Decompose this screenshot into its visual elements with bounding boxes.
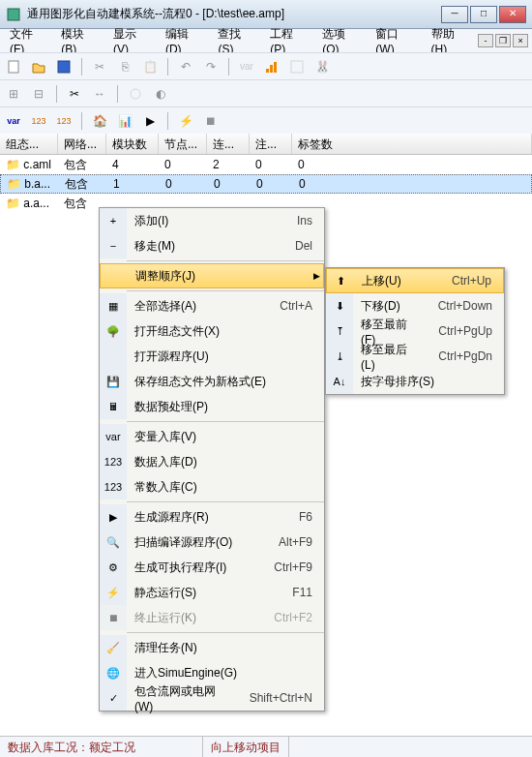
svg-point-7 bbox=[131, 89, 140, 99]
menu-item[interactable]: +添加(I)Ins bbox=[100, 208, 324, 233]
menu-label: 常数入库(C) bbox=[127, 479, 324, 496]
status-right: 向上移动项目 bbox=[203, 737, 289, 757]
check-icon: ✓ bbox=[100, 685, 127, 711]
maximize-button[interactable]: □ bbox=[470, 6, 497, 23]
file-table: 组态... 网络... 模块数 节点... 连... 注... 标签数 📁 c.… bbox=[0, 134, 532, 213]
menu-item[interactable]: 🖩数据预处理(P) bbox=[100, 394, 324, 419]
scissors-icon[interactable]: ✂ bbox=[65, 84, 84, 104]
doc-icon: ▦ bbox=[100, 293, 127, 318]
col-labels[interactable]: 标签数 bbox=[292, 134, 532, 154]
menu-item[interactable]: A↓按字母排序(S) bbox=[326, 369, 504, 394]
col-state[interactable]: 组态... bbox=[0, 134, 58, 154]
menu-item[interactable]: 🌐进入SimuEngine(G) bbox=[100, 660, 324, 685]
menu-item[interactable]: ⬇下移(D)Ctrl+Down bbox=[326, 293, 504, 318]
menu-label: 移至最后(L) bbox=[353, 342, 427, 372]
col-modules[interactable]: 模块数 bbox=[106, 134, 159, 154]
table-header: 组态... 网络... 模块数 节点... 连... 注... 标签数 bbox=[0, 134, 532, 155]
cell-name: c.aml bbox=[23, 158, 51, 171]
tree-icon: 🌳 bbox=[100, 318, 127, 344]
menu-shortcut: Shift+Ctrl+N bbox=[238, 691, 324, 705]
mdi-close[interactable]: × bbox=[513, 34, 528, 47]
cell: 0 bbox=[160, 175, 208, 193]
menu-label: 数据预处理(P) bbox=[127, 399, 324, 415]
tb3-exe[interactable]: ▶ bbox=[140, 111, 160, 131]
statusbar: 数据入库工况：额定工况 向上移动项目 bbox=[0, 736, 532, 757]
app-icon bbox=[6, 7, 21, 22]
submenu-arrow-icon: ▶ bbox=[310, 271, 323, 281]
cell: 4 bbox=[106, 156, 159, 173]
menu-item[interactable]: ⬆上移(U)Ctrl+Up bbox=[326, 268, 504, 293]
cell: 0 bbox=[159, 156, 207, 173]
blank-icon bbox=[100, 344, 127, 369]
menu-item[interactable]: ✓包含流网或电网(W)Shift+Ctrl+N bbox=[100, 685, 324, 711]
menu-shortcut: Ins bbox=[285, 214, 324, 227]
menu-item[interactable]: 🔍扫描编译源程序(O)Alt+F9 bbox=[100, 530, 324, 555]
menu-item[interactable]: var变量入库(V) bbox=[100, 424, 324, 449]
up-icon: ⬆ bbox=[327, 269, 354, 292]
menu-item[interactable]: 123常数入库(C) bbox=[100, 474, 324, 500]
mdi-minimize[interactable]: - bbox=[478, 34, 493, 47]
menu-label: 保存组态文件为新格式(E) bbox=[127, 374, 324, 390]
svg-rect-6 bbox=[291, 61, 303, 73]
tb3-var[interactable]: var bbox=[4, 111, 23, 131]
menu-separator bbox=[127, 290, 324, 291]
rabbit-icon[interactable]: 🐰 bbox=[312, 57, 332, 76]
cell-name: b.a... bbox=[24, 177, 50, 191]
menu-label: 终止运行(K) bbox=[127, 610, 262, 626]
exe-icon: ⚙ bbox=[100, 555, 127, 580]
svg-rect-3 bbox=[266, 69, 269, 73]
tb3-123a[interactable]: 123 bbox=[29, 111, 48, 131]
new-icon[interactable] bbox=[4, 57, 23, 76]
context-menu: +添加(I)Ins−移走(M)Del调整顺序(J)▶▦全部选择(A)Ctrl+A… bbox=[99, 207, 325, 712]
menu-label: 移走(M) bbox=[127, 238, 283, 255]
col-nodes[interactable]: 节点... bbox=[159, 134, 207, 154]
menu-item[interactable]: ⤒移至最前(F)Ctrl+PgUp bbox=[326, 318, 504, 344]
menu-item[interactable]: 🌳打开组态文件(X) bbox=[100, 318, 324, 344]
grid-icon bbox=[287, 57, 307, 76]
menu-item[interactable]: ▦全部选择(A)Ctrl+A bbox=[100, 293, 324, 318]
var-icon: var bbox=[237, 57, 256, 76]
minimize-button[interactable]: ─ bbox=[441, 6, 468, 23]
menu-shortcut: Ctrl+F2 bbox=[262, 611, 324, 624]
menu-item[interactable]: 调整顺序(J)▶ bbox=[100, 263, 324, 288]
menu-item[interactable]: ⤓移至最后(L)Ctrl+PgDn bbox=[326, 344, 504, 369]
save-icon[interactable] bbox=[54, 57, 74, 76]
menu-item[interactable]: 🧹清理任务(N) bbox=[100, 635, 324, 660]
menu-shortcut: Alt+F9 bbox=[267, 535, 324, 549]
tb3-123b[interactable]: 123 bbox=[54, 111, 74, 131]
cell: 包含 bbox=[59, 174, 107, 195]
menu-item[interactable]: 123数据入库(D) bbox=[100, 449, 324, 474]
open-icon[interactable] bbox=[29, 57, 48, 76]
menu-item[interactable]: ▶生成源程序(R)F6 bbox=[100, 504, 324, 530]
menu-item[interactable]: 💾保存组态文件为新格式(E) bbox=[100, 369, 324, 394]
tb3-bolt[interactable]: ⚡ bbox=[176, 111, 195, 131]
chart-icon[interactable] bbox=[262, 57, 281, 76]
menu-label: 变量入库(V) bbox=[127, 429, 324, 445]
gen-icon: ▶ bbox=[100, 504, 127, 530]
menu-label: 数据入库(D) bbox=[127, 454, 324, 470]
var-icon: var bbox=[100, 424, 127, 449]
menu-label: 按字母排序(S) bbox=[353, 374, 504, 390]
col-conn[interactable]: 连... bbox=[207, 134, 250, 154]
menu-separator bbox=[127, 421, 324, 422]
table-row-selected[interactable]: 📁 b.a... 包含 1 0 0 0 0 bbox=[0, 174, 532, 194]
menu-item[interactable]: ⚡静态运行(S)F11 bbox=[100, 580, 324, 605]
close-button[interactable]: ✕ bbox=[499, 6, 526, 23]
menu-shortcut: Ctrl+F9 bbox=[262, 560, 324, 574]
svg-rect-4 bbox=[270, 65, 273, 73]
separator bbox=[228, 58, 229, 76]
col-network[interactable]: 网络... bbox=[58, 134, 106, 154]
tb3-chart[interactable]: 📊 bbox=[115, 111, 134, 131]
menu-label: 打开源程序(U) bbox=[127, 348, 324, 365]
toolbar-1: ✂ ⎘ 📋 ↶ ↷ var 🐰 bbox=[0, 52, 532, 79]
menubar: 文件(F) 模块(B) 显示(V) 编辑(D) 查找(S) 工程(P) 选项(O… bbox=[0, 29, 532, 52]
menu-item[interactable]: ⚙生成可执行程序(I)Ctrl+F9 bbox=[100, 555, 324, 580]
table-row[interactable]: 📁 c.aml 包含 4 0 2 0 0 bbox=[0, 155, 532, 174]
menu-label: 下移(D) bbox=[353, 298, 427, 315]
menu-item[interactable]: −移走(M)Del bbox=[100, 233, 324, 258]
mdi-restore[interactable]: ❐ bbox=[495, 34, 511, 47]
tb3-house[interactable]: 🏠 bbox=[90, 111, 109, 131]
col-notes[interactable]: 注... bbox=[250, 134, 292, 154]
menu-shortcut: Ctrl+PgUp bbox=[427, 324, 504, 338]
menu-item[interactable]: 打开源程序(U) bbox=[100, 344, 324, 369]
